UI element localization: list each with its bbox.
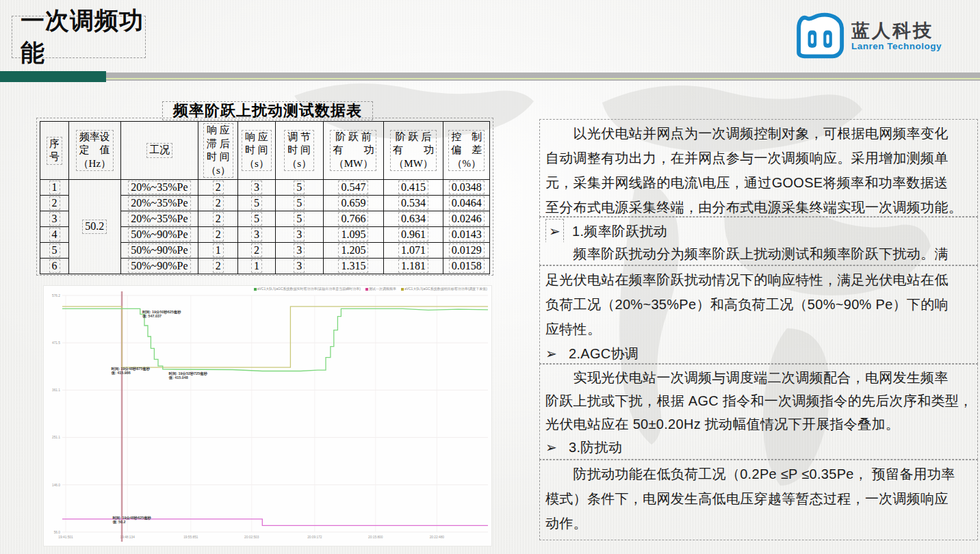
note-line: 模式）条件下，电网发生高低电压穿越等暂态过程，一次调频响应 [545,486,972,511]
note-line: ➢2.AGC协调 [545,341,972,366]
table-cell[interactable]: 0.659 [323,196,383,211]
table-cell[interactable]: 0.0246 [443,211,490,227]
column-header[interactable]: 调 节时 间（s） [275,122,323,180]
table-cell[interactable]: 0.766 [323,211,383,227]
column-header[interactable]: 阶 跃 后有 功（MW） [383,122,443,180]
company-logo[interactable]: 蓝人科技 Lanren Technology [788,7,972,66]
table-cell[interactable]: 3 [238,180,275,196]
table-cell[interactable]: 0.0143 [443,227,490,243]
svg-text:20:09:172: 20:09:172 [307,536,322,539]
test-table[interactable]: 序号频率设定 值（Hz）工况响 应滞 后时 间（s）响 应时 间（s）调 节时 … [40,121,490,274]
table-cell[interactable]: 2 [198,259,238,274]
table-cell[interactable]: 50%~90%Pe [120,243,198,259]
table-cell[interactable]: 50%~90%Pe [120,259,198,274]
table-cell[interactable]: 3 [275,227,323,243]
column-header[interactable]: 响 应时 间（s） [238,122,275,180]
table-cell[interactable]: 3 [275,259,323,274]
table-cell[interactable]: 5 [40,243,69,259]
note-line: 应特性。 [545,317,972,341]
table-cell[interactable]: 1.071 [383,243,443,259]
table-cell[interactable]: 20%~35%Pe [120,180,198,196]
robot-logo-icon [788,11,846,62]
table-cell[interactable]: 2 [238,243,275,259]
table-cell[interactable]: 0.0158 [443,259,490,274]
note-text-box[interactable]: 防扰动功能在低负荷工况（0.2Pe ≤P ≤0.35Pe， 预留备用功率模式）条… [539,460,978,540]
svg-text:值: 415.048: 值: 415.048 [168,375,188,380]
svg-text:471.5: 471.5 [52,341,60,345]
table-cell[interactable]: 2 [198,227,238,243]
table-cell[interactable]: 0.634 [383,211,443,227]
note-line: 阶跃上扰或下扰，根据 AGC 指令和一次调频指令的先后次序和类型， [545,389,972,412]
table-cell[interactable]: 1.095 [323,227,383,243]
note-text-box[interactable]: 以光伏电站并网点为一次调频控制对象，可根据电网频率变化自动调整有功出力，在并网点… [539,119,978,217]
table-cell[interactable]: 5 [238,196,275,211]
arrow-bullet-icon: ➢ [545,219,564,242]
note-line: 自动调整有功出力，在并网点参与一次调频响应。采用增加测频单 [545,146,972,170]
table-cell[interactable]: 0.547 [323,180,383,196]
note-line: 频率阶跃扰动分为频率阶跃上扰动测试和频率阶跃下扰动。满 [545,242,972,265]
svg-text:19:41:501: 19:41:501 [58,536,73,539]
table-cell[interactable]: 1 [238,259,275,274]
table-cell[interactable]: 2 [198,180,238,196]
table-cell[interactable]: 3 [238,227,275,243]
table-cell[interactable]: 1.181 [383,259,443,274]
table-cell[interactable]: 1.205 [323,243,383,259]
table-cell[interactable]: 0.534 [383,196,443,211]
freq-set-value-cell[interactable]: 50.2 [69,180,121,274]
column-header[interactable]: 频率设定 值（Hz） [69,122,121,180]
table-cell[interactable]: 50%~90%Pe [120,227,198,243]
page-title: 一次调频功能 [21,5,145,69]
svg-text:56.0: 56.0 [54,531,61,534]
note-line: 元，采集并网线路的电流\电压，通过GOOSE将频率和功率数据送 [545,170,972,195]
slide-canvas: 一次调频功能 蓝人科技 Lanren Technology 频率阶跃上扰动测试数… [0,0,980,554]
svg-text:20:15:800: 20:15:800 [368,536,383,539]
table-cell[interactable]: 2 [40,196,69,211]
column-header[interactable]: 控 制偏 差（%） [443,122,490,180]
note-line: 动作。 [545,511,972,536]
table-cell[interactable]: 3 [40,211,69,227]
table-row: 150.220%~35%Pe2350.5470.4150.0348 [40,180,490,196]
table-cell[interactable]: 20%~35%Pe [120,211,198,227]
table-cell[interactable]: 1 [198,243,238,259]
note-text-box[interactable]: 足光伏电站在频率阶跃扰动情况下的响应特性，满足光伏电站在低负荷工况（20%~35… [539,265,978,364]
test-data-table-wrap[interactable]: 序号频率设定 值（Hz）工况响 应滞 后时 间（s）响 应时 间（s）调 节时 … [36,118,493,276]
column-header[interactable]: 序号 [40,122,69,180]
note-text-box[interactable]: 实现光伏电站一次调频与调度端二次调频配合，电网发生频率阶跃上扰或下扰，根据 AG… [539,364,978,460]
table-cell[interactable]: 2 [198,211,238,227]
svg-text:值: 50.2: 值: 50.2 [112,520,125,524]
table-cell[interactable]: 20%~35%Pe [120,196,198,211]
chart-plot: 576.2471.5361.1251.1146.056.019:41:50119… [44,286,491,546]
table-cell[interactable]: 5 [275,196,323,211]
note-line: 光伏电站应在 50±0.20Hz 扰动幅值情况下开展指令叠加。 [545,412,972,436]
table-cell[interactable]: 4 [40,227,69,243]
svg-text:576.2: 576.2 [52,294,60,298]
table-cell[interactable]: 0.0129 [443,243,490,259]
column-header[interactable]: 阶 跃 前有 功（MW） [323,122,383,180]
svg-text:20:22:480: 20:22:480 [430,536,445,539]
note-line: 以光伏电站并网点为一次调频控制对象，可根据电网频率变化 [545,121,972,146]
table-cell[interactable]: 5 [275,211,323,227]
note-line: 足光伏电站在频率阶跃扰动情况下的响应特性，满足光伏电站在低 [545,267,972,292]
accent-bar-green [0,71,106,82]
table-cell[interactable]: 6 [40,259,69,274]
slide-title-box[interactable]: 一次调频功能 [12,16,146,58]
column-header[interactable]: 响 应滞 后时 间（s） [198,122,238,180]
trend-chart[interactable]: aVC1大队与aGC系统数据实时有功功率(该输出功率是当前瞬时功率)测试一次调频… [43,285,492,546]
table-cell[interactable]: 5 [238,211,275,227]
table-cell[interactable]: 3 [275,243,323,259]
table-cell[interactable]: 2 [198,196,238,211]
table-cell[interactable]: 0.961 [383,227,443,243]
series-line [62,519,488,526]
note-text-box[interactable]: ➢1.频率阶跃扰动 频率阶跃扰动分为频率阶跃上扰动测试和频率阶跃下扰动。满 [539,217,978,265]
table-cell[interactable]: 5 [275,180,323,196]
table-cell[interactable]: 0.0348 [443,180,490,196]
table-cell[interactable]: 1.315 [323,259,383,274]
table-cell[interactable]: 0.0464 [443,196,490,211]
note-line: 负荷工况（20%~35%Pe）和高负荷工况（50%~90% Pe）下的响 [545,292,972,317]
logo-name-en: Lanren Technology [851,41,942,51]
arrow-bullet-icon: ➢ [545,341,569,366]
table-cell[interactable]: 1 [40,180,69,196]
note-line: ➢3.防扰动 [545,436,972,459]
column-header[interactable]: 工况 [120,122,198,180]
table-cell[interactable]: 0.415 [383,180,443,196]
